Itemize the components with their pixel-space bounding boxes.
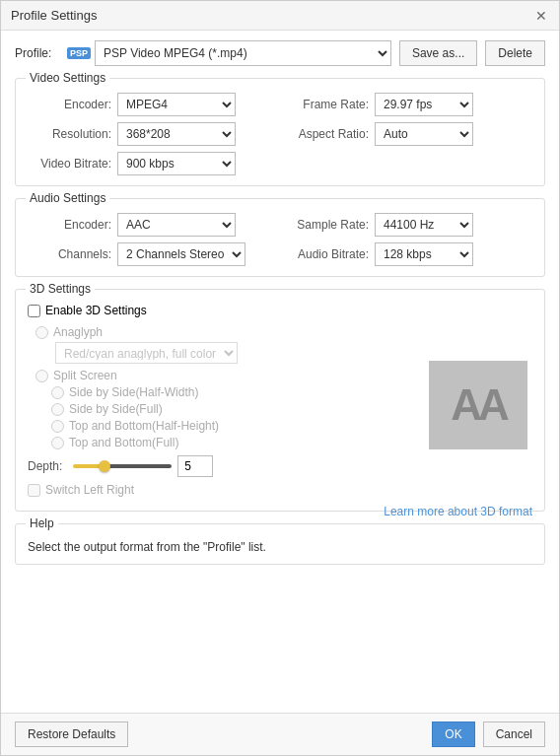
video-bitrate-row: Video Bitrate: 900 kbps [28, 152, 275, 175]
sample-rate-label: Sample Rate: [285, 218, 369, 232]
restore-defaults-button[interactable]: Restore Defaults [15, 722, 128, 747]
3d-settings-content: Enable 3D Settings Anaglyph Red/cyan ana… [28, 304, 532, 497]
switch-left-right-label: Switch Left Right [45, 483, 134, 497]
enable-3d-checkbox[interactable] [28, 305, 40, 317]
switch-left-right-checkbox[interactable] [28, 484, 40, 497]
3d-settings-section: 3D Settings Enable 3D Settings Anaglyph [15, 289, 545, 512]
3d-left: Enable 3D Settings Anaglyph Red/cyan ana… [28, 304, 414, 497]
audio-settings-content: Encoder: AAC Sample Rate: 44100 Hz [28, 213, 532, 266]
3d-settings-title: 3D Settings [26, 282, 95, 296]
anaglyph-radio[interactable] [35, 326, 48, 339]
audio-encoder-select[interactable]: AAC [117, 213, 236, 237]
profile-row: Profile: PSP PSP Video MPEG4 (*.mp4) Sav… [15, 40, 545, 66]
anaglyph-row: Anaglyph [35, 325, 414, 339]
video-settings-section: Video Settings Encoder: MPEG4 Frame Rate… [15, 78, 545, 186]
aspect-ratio-row: Aspect Ratio: Auto [285, 122, 532, 146]
footer-actions: OK Cancel [432, 722, 545, 747]
audio-encoder-row: Encoder: AAC [28, 213, 275, 237]
video-form-grid: Encoder: MPEG4 Frame Rate: 29.97 fps [28, 93, 532, 175]
3d-preview: AA [424, 313, 532, 497]
delete-button[interactable]: Delete [485, 40, 545, 66]
profile-label: Profile: [15, 46, 59, 60]
cancel-button[interactable]: Cancel [483, 722, 545, 747]
profile-settings-window: Profile Settings ✕ Profile: PSP PSP Vide… [0, 0, 560, 756]
audio-settings-title: Audio Settings [26, 191, 109, 205]
side-by-side-half-label: Side by Side(Half-Width) [69, 385, 198, 399]
channels-row: Channels: 2 Channels Stereo [28, 242, 275, 266]
help-title: Help [26, 516, 58, 530]
frame-rate-select[interactable]: 29.97 fps [375, 93, 473, 116]
frame-rate-row: Frame Rate: 29.97 fps [285, 93, 532, 116]
video-settings-title: Video Settings [26, 71, 109, 85]
psp-badge: PSP [67, 47, 91, 59]
sample-rate-row: Sample Rate: 44100 Hz [285, 213, 532, 237]
3d-layout: Enable 3D Settings Anaglyph Red/cyan ana… [28, 304, 532, 497]
depth-input[interactable] [177, 455, 213, 477]
aa-preview-text: AA [451, 380, 506, 430]
depth-slider-track [73, 464, 172, 468]
enable-3d-row: Enable 3D Settings [28, 304, 414, 317]
top-bottom-half-radio[interactable] [51, 420, 64, 433]
resolution-select[interactable]: 368*208 [117, 122, 236, 146]
title-bar: Profile Settings ✕ [1, 1, 559, 31]
empty-cell [285, 152, 532, 175]
aspect-ratio-label: Aspect Ratio: [285, 127, 369, 141]
anaglyph-select-row: Red/cyan anaglyph, full color [55, 342, 414, 364]
frame-rate-label: Frame Rate: [285, 98, 369, 111]
video-bitrate-label: Video Bitrate: [28, 157, 111, 171]
aspect-ratio-select[interactable]: Auto [375, 122, 473, 146]
split-screen-radio[interactable] [35, 370, 48, 382]
channels-label: Channels: [28, 247, 111, 261]
top-bottom-full-radio[interactable] [51, 437, 64, 449]
side-by-side-half-row: Side by Side(Half-Width) Side by Side(Fu… [51, 385, 414, 449]
depth-slider-thumb[interactable] [99, 460, 110, 472]
audio-bitrate-select[interactable]: 128 kbps [375, 242, 473, 266]
aa-preview-box: AA [429, 361, 527, 449]
anaglyph-label[interactable]: Anaglyph [53, 325, 103, 339]
enable-3d-label[interactable]: Enable 3D Settings [45, 304, 147, 317]
depth-row: Depth: [28, 455, 414, 477]
split-screen-row: Split Screen [35, 369, 414, 382]
audio-form-grid: Encoder: AAC Sample Rate: 44100 Hz [28, 213, 532, 266]
channels-select[interactable]: 2 Channels Stereo [117, 242, 245, 266]
video-bitrate-select[interactable]: 900 kbps [117, 152, 236, 175]
help-section: Help Select the output format from the "… [15, 523, 545, 565]
video-encoder-select[interactable]: MPEG4 [117, 93, 236, 116]
top-bottom-full-label: Top and Bottom(Full) [69, 436, 178, 449]
save-as-button[interactable]: Save as... [399, 40, 477, 66]
close-button[interactable]: ✕ [533, 8, 549, 24]
encoder-row: Encoder: MPEG4 [28, 93, 275, 116]
audio-bitrate-row: Audio Bitrate: 128 kbps [285, 242, 532, 266]
side-by-side-full-radio[interactable] [51, 403, 64, 416]
profile-select[interactable]: PSP Video MPEG4 (*.mp4) [95, 40, 391, 66]
audio-settings-section: Audio Settings Encoder: AAC Sample Rate: [15, 198, 545, 277]
audio-bitrate-label: Audio Bitrate: [285, 247, 369, 261]
footer: Restore Defaults OK Cancel [1, 713, 559, 755]
anaglyph-type-select[interactable]: Red/cyan anaglyph, full color [55, 342, 238, 364]
profile-select-wrapper: PSP PSP Video MPEG4 (*.mp4) [67, 40, 391, 66]
learn-more-link[interactable]: Learn more about 3D format [384, 505, 532, 518]
split-screen-label[interactable]: Split Screen [53, 369, 117, 382]
resolution-label: Resolution: [28, 127, 111, 141]
window-title: Profile Settings [11, 8, 97, 23]
video-settings-content: Encoder: MPEG4 Frame Rate: 29.97 fps [28, 93, 532, 175]
depth-label: Depth: [28, 459, 67, 473]
side-by-side-half-radio[interactable] [51, 386, 64, 399]
main-content: Profile: PSP PSP Video MPEG4 (*.mp4) Sav… [1, 31, 559, 713]
help-text: Select the output format from the "Profi… [28, 540, 532, 554]
sample-rate-select[interactable]: 44100 Hz [375, 213, 473, 237]
side-by-side-full-label: Side by Side(Full) [69, 402, 163, 416]
audio-encoder-label: Encoder: [28, 218, 111, 232]
encoder-label: Encoder: [28, 98, 111, 111]
ok-button[interactable]: OK [432, 722, 474, 747]
top-bottom-half-label: Top and Bottom(Half-Height) [69, 419, 219, 433]
resolution-row: Resolution: 368*208 [28, 122, 275, 146]
switch-left-right-row: Switch Left Right [28, 483, 414, 497]
